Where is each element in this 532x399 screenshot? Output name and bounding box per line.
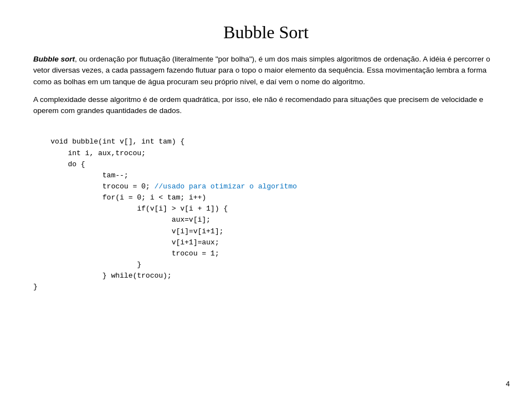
- paragraph-1: Bubble sort, ou ordenação por flutuação …: [33, 54, 499, 88]
- code-line-3: do {: [33, 160, 85, 168]
- page-title: Bubble Sort: [33, 22, 499, 43]
- code-line-1: void bubble(int v[], int tam) {: [50, 137, 185, 146]
- code-line-10: v[i+1]=aux;: [33, 238, 219, 247]
- code-line-2: int i, aux,trocou;: [33, 149, 146, 157]
- code-line-5: trocou = 0;: [33, 182, 154, 191]
- code-line-13: } while(trocou);: [33, 272, 172, 280]
- code-line-14: }: [33, 283, 38, 291]
- code-line-8: aux=v[i];: [33, 216, 211, 224]
- code-comment: //usado para otimizar o algoritmo: [154, 182, 296, 191]
- code-line-6: for(i = 0; i < tam; i++): [33, 193, 206, 202]
- code-line-7: if(v[i] > v[i + 1]) {: [33, 204, 228, 213]
- code-line-12: }: [33, 260, 141, 269]
- paragraph-1-rest: , ou ordenação por flutuação (literalmen…: [33, 55, 490, 86]
- paragraph-2: A complexidade desse algoritmo é de orde…: [33, 94, 499, 117]
- bold-italic-text: Bubble sort: [33, 55, 75, 63]
- code-line-11: trocou = 1;: [33, 249, 219, 258]
- page-number: 4: [506, 380, 510, 388]
- code-block: void bubble(int v[], int tam) { int i, a…: [33, 125, 499, 304]
- code-line-4: tam--;: [33, 171, 129, 180]
- page-container: Bubble Sort Bubble sort, ou ordenação po…: [0, 0, 532, 399]
- code-line-9: v[i]=v[i+1];: [33, 227, 223, 236]
